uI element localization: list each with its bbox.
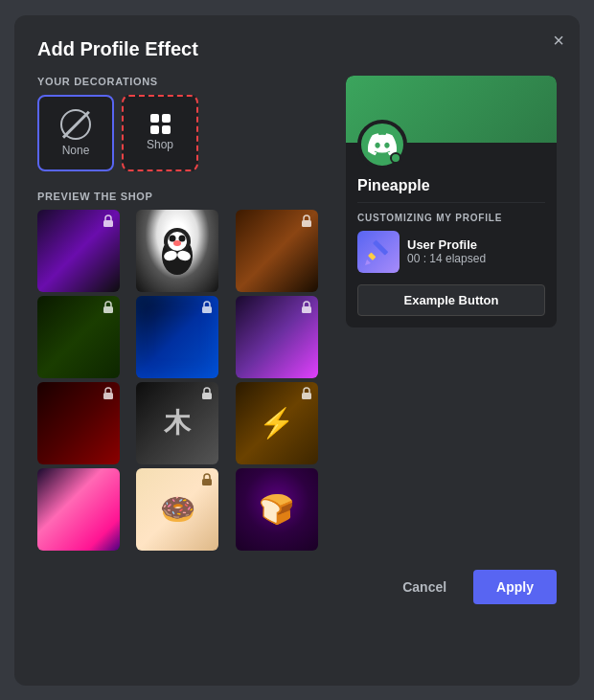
shop-dot-2 (162, 114, 171, 123)
grid-item-9-inner: ⚡ (236, 382, 318, 464)
profile-avatar (357, 120, 407, 169)
grid-item-8-inner: 木 (136, 382, 218, 464)
lock-icon-1 (102, 215, 115, 228)
grid-item-9[interactable]: ⚡ (236, 382, 318, 464)
profile-card: Pineapple CUSTOMIZING MY PROFILE User Pr… (346, 76, 557, 327)
svg-rect-11 (202, 306, 212, 313)
profile-avatar-wrap (346, 120, 557, 169)
modal: × Add Profile Effect YOUR DECORATIONS No… (14, 15, 580, 686)
lock-icon-3 (300, 215, 313, 228)
decoration-none[interactable]: None (37, 95, 114, 171)
lock-icon-11 (200, 473, 214, 486)
decoration-shop[interactable]: Shop (122, 95, 198, 171)
grid-item-10[interactable] (37, 468, 120, 551)
lock-icon-4 (102, 301, 115, 314)
grid-item-11[interactable]: 🍩 (136, 468, 218, 551)
grid-item-12[interactable]: 🍞 (236, 468, 318, 551)
decoration-shop-label: Shop (147, 138, 173, 151)
activity-icon (357, 231, 400, 273)
lock-icon-6 (300, 301, 313, 314)
content-layout: YOUR DECORATIONS None Shop (37, 76, 557, 551)
grid-item-3-inner (236, 210, 318, 292)
close-button[interactable]: × (553, 31, 564, 50)
apply-button[interactable]: Apply (473, 570, 557, 604)
shop-dot-1 (150, 114, 159, 123)
svg-rect-18 (373, 239, 388, 255)
lock-icon-7 (102, 387, 115, 400)
online-indicator (390, 152, 401, 164)
grid-item-2[interactable] (136, 210, 218, 292)
grid-item-8[interactable]: 木 (136, 382, 218, 464)
donut-emoji: 🍩 (160, 492, 195, 526)
lock-icon-9 (300, 387, 313, 400)
grid-item-6[interactable] (236, 296, 318, 378)
svg-rect-14 (202, 393, 212, 399)
decorations-label: YOUR DECORATIONS (37, 76, 331, 87)
food-emoji: 🍞 (259, 492, 294, 526)
grid-item-11-inner: 🍩 (136, 468, 218, 551)
grid-item-6-inner (236, 296, 318, 378)
shop-dot-4 (162, 125, 171, 134)
decorations-row: None Shop (37, 95, 331, 171)
grid-item-1-inner (37, 210, 120, 292)
right-panel: Pineapple CUSTOMIZING MY PROFILE User Pr… (346, 76, 557, 551)
grid-item-5[interactable] (136, 296, 218, 378)
example-button[interactable]: Example Button (357, 284, 545, 316)
shop-icon (150, 114, 171, 134)
cancel-button[interactable]: Cancel (387, 570, 462, 604)
activity-sub: 00 : 14 elapsed (407, 252, 486, 265)
panda-svg (153, 222, 201, 280)
kanji-text: 木 (164, 405, 191, 441)
svg-point-6 (173, 240, 181, 246)
lock-icon-8 (200, 387, 214, 400)
svg-rect-12 (302, 306, 311, 313)
svg-rect-15 (302, 393, 311, 399)
customizing-label: CUSTOMIZING MY PROFILE (346, 213, 557, 231)
modal-title: Add Profile Effect (37, 38, 557, 60)
svg-point-4 (170, 235, 176, 241)
lock-icon-5 (200, 301, 214, 314)
grid-item-2-inner (136, 210, 218, 292)
activity-text: User Profile 00 : 14 elapsed (407, 237, 486, 265)
grid-item-4[interactable] (37, 296, 120, 378)
none-icon (60, 109, 91, 140)
grid-item-7[interactable] (37, 382, 120, 464)
grid-item-5-inner (136, 296, 218, 378)
svg-rect-13 (103, 393, 113, 399)
footer: Cancel Apply (37, 570, 557, 604)
preview-label: PREVIEW THE SHOP (37, 191, 331, 202)
svg-point-5 (179, 235, 186, 241)
lightning-icon: ⚡ (259, 406, 294, 440)
profile-divider (357, 202, 545, 203)
svg-marker-19 (365, 260, 371, 265)
grid-item-4-inner (37, 296, 120, 378)
grid-item-7-inner (37, 382, 120, 464)
svg-rect-9 (302, 220, 311, 227)
activity-row: User Profile 00 : 14 elapsed (346, 231, 557, 284)
svg-rect-0 (103, 220, 113, 227)
grid-item-12-inner: 🍞 (236, 468, 318, 551)
svg-rect-16 (202, 479, 212, 485)
decoration-none-label: None (62, 144, 90, 157)
grid-item-10-inner (37, 468, 120, 551)
profile-name: Pineapple (346, 177, 557, 202)
shop-grid: 木 ⚡ (37, 210, 331, 551)
svg-rect-17 (368, 252, 376, 260)
activity-title: User Profile (407, 237, 486, 252)
pencil-icon (365, 238, 392, 265)
grid-item-1[interactable] (37, 210, 120, 292)
grid-item-3[interactable] (236, 210, 318, 292)
left-panel: YOUR DECORATIONS None Shop (37, 76, 331, 551)
shop-dot-3 (150, 125, 159, 134)
svg-rect-10 (103, 306, 113, 313)
